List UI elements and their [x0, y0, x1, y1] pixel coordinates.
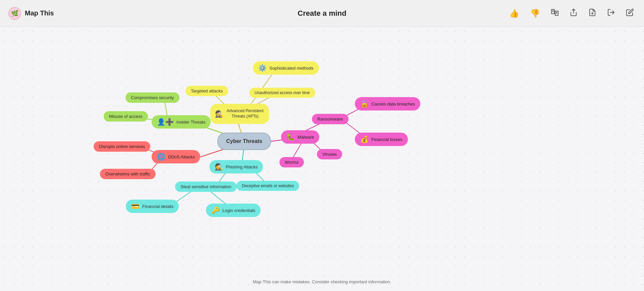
thumbs-down-icon[interactable]: 👎	[528, 7, 542, 20]
node-financial-losses[interactable]: 💰 Financial losses	[355, 133, 408, 146]
header: 🌿 Map This Create a mind 👍 👎	[0, 0, 644, 27]
ddos-icon: 🌐	[157, 153, 165, 161]
thumbs-up-icon[interactable]: 👍	[507, 7, 521, 20]
phishing-icon: 🕵️	[215, 163, 223, 171]
node-financial-details[interactable]: 💳 Financial details	[126, 200, 179, 213]
edit-icon[interactable]	[624, 6, 636, 20]
node-ransomware[interactable]: Ransomware	[312, 114, 348, 124]
key-icon: 🔑	[211, 206, 220, 214]
footer-note: Map-This can make mistakes. Consider che…	[253, 279, 391, 284]
node-steal[interactable]: Steal sensitive information	[175, 181, 237, 192]
node-deceptive[interactable]: Deceptive emails or websites	[236, 181, 299, 191]
malware-icon: 🐛	[286, 133, 295, 141]
node-targeted[interactable]: Targeted attacks	[185, 86, 228, 96]
node-phishing[interactable]: 🕵️ Phishing Attacks	[209, 160, 263, 173]
logo-area: 🌿 Map This	[8, 7, 54, 20]
node-login[interactable]: 🔑 Login credentials	[206, 204, 261, 217]
add-page-icon[interactable]	[586, 6, 598, 20]
node-overwhelms[interactable]: Overwhelms with traffic	[100, 169, 156, 179]
apt-icon: 🕵️	[215, 110, 223, 118]
credit-card-icon: 💳	[131, 202, 140, 210]
gear-icon: ⚙️	[258, 64, 267, 72]
header-title: Create a mind	[298, 9, 346, 18]
translate-icon[interactable]	[549, 6, 561, 20]
node-sophisticated[interactable]: ⚙️ Sophisticated methods	[253, 61, 319, 75]
node-cyber-threats[interactable]: Cyber Threats	[217, 133, 271, 150]
node-misuse[interactable]: Misuse of access	[104, 111, 148, 122]
header-actions: 👍 👎	[507, 6, 636, 20]
export-icon[interactable]	[605, 6, 617, 20]
node-insider[interactable]: 👤➕ Insider Threats	[152, 115, 211, 129]
share-icon[interactable]	[568, 6, 580, 20]
insider-icon: 👤➕	[157, 118, 174, 126]
node-compromises[interactable]: Compromises security	[125, 92, 179, 103]
money-icon: 💰	[360, 135, 369, 143]
svg-text:🌿: 🌿	[11, 10, 19, 17]
node-apt[interactable]: 🕵️ Advanced Persistent Threats (APTs)	[210, 104, 269, 124]
node-unauthorized[interactable]: Unauthorized access over time	[249, 88, 315, 98]
logo-text: Map This	[25, 9, 54, 17]
logo-icon: 🌿	[8, 7, 21, 20]
node-disrupts[interactable]: Disrupts online services	[94, 141, 150, 152]
node-ddos[interactable]: 🌐 DDoS Attacks	[152, 150, 200, 163]
node-worms[interactable]: Worms	[279, 157, 304, 167]
node-causes[interactable]: 🔓 Causes data breaches	[355, 97, 420, 111]
node-viruses[interactable]: Viruses	[317, 149, 342, 159]
node-malware[interactable]: 🐛 Malware	[281, 130, 319, 144]
lock-icon: 🔓	[360, 100, 369, 108]
mind-map-canvas: Cyber Threats 🕵️ Advanced Persistent Thr…	[0, 27, 644, 291]
